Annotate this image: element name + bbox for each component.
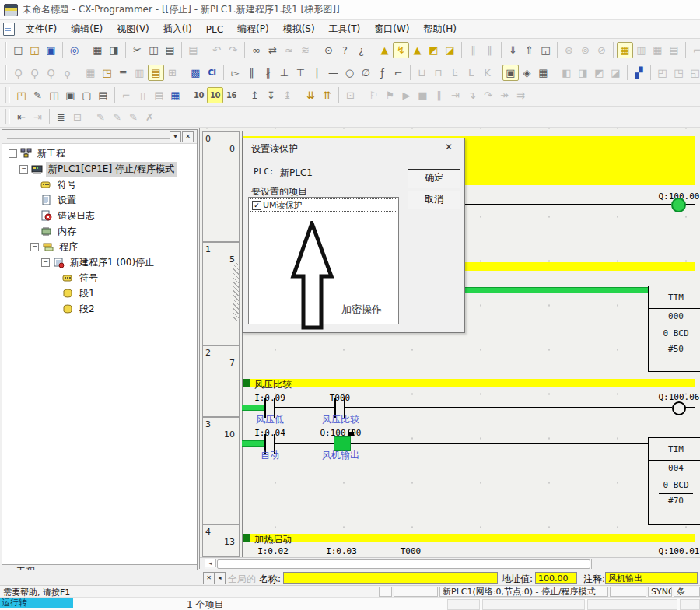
tree-expand-icon[interactable]: − <box>9 149 17 158</box>
panel-grip[interactable] <box>7 135 170 139</box>
symbol-bar-back-icon[interactable]: ◂ <box>214 572 226 584</box>
name-field[interactable] <box>283 572 498 584</box>
toolbar-grip[interactable] <box>5 65 7 80</box>
function-tool-icon[interactable]: ƒ <box>374 65 390 81</box>
cut-icon[interactable]: ✂ <box>129 42 145 58</box>
rung3-tim-block[interactable]: TIM 004 0 BCD #70 <box>648 437 700 525</box>
transfer-from-plc-icon[interactable]: ⇈ <box>319 87 335 103</box>
program-view-icon[interactable]: ▣ <box>502 65 519 81</box>
address-field[interactable]: 100.00 <box>535 572 577 584</box>
new-file-icon[interactable]: □ <box>10 42 26 58</box>
transfer-to-plc-icon[interactable]: ⇊ <box>303 87 319 103</box>
compare-with-plc-icon[interactable]: ◲ <box>537 42 554 58</box>
replace-icon[interactable]: ⇄ <box>264 42 281 58</box>
window-pair-icon[interactable]: ◫ <box>46 87 62 103</box>
print-preview-icon[interactable]: ◨ <box>106 42 122 58</box>
tree-item-settings[interactable]: 设置 <box>2 192 197 208</box>
hscroll-thumb[interactable] <box>217 559 590 569</box>
compile-icon[interactable]: ▲ <box>376 42 393 58</box>
menu-item-tools[interactable]: 工具(T) <box>323 20 367 38</box>
mdi-child-icon[interactable] <box>3 23 15 36</box>
coil-tool-icon[interactable]: ○ <box>341 65 358 81</box>
display-decimal-icon[interactable]: 10 <box>191 87 207 103</box>
um-read-protection-checkbox[interactable]: ✓ <box>252 201 261 210</box>
protection-items-listbox[interactable]: ✓ UM读保护 加密操作 <box>248 197 399 324</box>
instruction-tool-icon[interactable]: ⌐ <box>390 65 407 81</box>
window-properties-icon[interactable]: ▤ <box>95 87 111 103</box>
menu-item-view[interactable]: 视图(V) <box>110 20 156 38</box>
rung2-title-bar[interactable] <box>250 379 695 387</box>
watch-window-icon[interactable]: ▞ <box>631 65 647 81</box>
paste-icon[interactable]: ▤ <box>162 42 178 58</box>
tree-expand-icon[interactable]: − <box>30 243 39 251</box>
monitor-data-grid-icon[interactable]: ▦ <box>167 87 184 103</box>
vertical-line-icon[interactable]: | <box>309 65 325 81</box>
transfer-task-icon[interactable]: ◪ <box>442 42 458 58</box>
window-new-icon[interactable]: ◰ <box>13 87 30 103</box>
rung1-tim-block[interactable]: TIM 000 0 BCD #50 <box>648 286 700 372</box>
print-icon[interactable]: ▦ <box>89 42 106 58</box>
open-file-icon[interactable]: ◱ <box>26 42 43 58</box>
toolbar-grip[interactable] <box>5 109 10 124</box>
symbols-table-icon[interactable]: ◳ <box>99 65 115 81</box>
about-icon[interactable]: ⊙ <box>320 42 337 58</box>
rung-margin-3[interactable]: 310 <box>202 417 240 524</box>
toolbar-grip[interactable] <box>5 87 10 103</box>
nc-contact-icon[interactable]: ∦ <box>260 65 276 81</box>
ok-button[interactable]: 确定 <box>408 169 460 188</box>
window-float-icon[interactable]: ▢ <box>79 87 95 103</box>
symbol-bar-close-icon[interactable]: ✕ <box>203 572 215 584</box>
cancel-button[interactable]: 取消 <box>408 191 460 209</box>
menu-item-simulation[interactable]: 模拟(S) <box>277 20 321 38</box>
tree-item-memory[interactable]: 内存 <box>2 223 197 239</box>
indent-left-icon[interactable]: ⇤ <box>13 109 30 125</box>
find-in-project-icon[interactable]: ◎ <box>66 42 82 58</box>
tree-item-error-log[interactable]: 错误日志 <box>2 208 197 223</box>
context-help-icon[interactable]: ¿ <box>353 42 369 58</box>
help-icon[interactable]: ? <box>337 42 353 58</box>
um-read-protection-row[interactable]: ✓ UM读保护 <box>250 198 397 212</box>
dialog-close-icon[interactable]: ✕ <box>443 142 455 154</box>
menu-item-plc[interactable]: PLC <box>200 22 229 37</box>
force-on-icon[interactable]: ↥ <box>247 87 263 103</box>
tree-item-symbols[interactable]: 符号 <box>2 177 197 192</box>
compile-all-icon[interactable]: ↯ <box>393 42 409 58</box>
select-tool-icon[interactable]: ▻ <box>227 65 243 81</box>
monitor-mode-icon[interactable]: ▦ <box>617 42 633 58</box>
horizontal-line-icon[interactable]: — <box>325 65 341 81</box>
tree-item-new-project[interactable]: −新工程 <box>2 145 197 161</box>
download-to-plc-icon[interactable]: ⇓ <box>505 42 521 58</box>
tree-item-section2[interactable]: 段2 <box>2 301 197 317</box>
window-pair-2-icon[interactable]: ▣ <box>62 87 79 103</box>
display-hex-icon[interactable]: 16 <box>223 87 240 103</box>
save-icon[interactable]: ▣ <box>43 42 59 58</box>
tree-item-programs[interactable]: −程序 <box>2 239 197 254</box>
rung-margin-4[interactable]: 413 <box>202 524 240 557</box>
display-signed-decimal-icon[interactable]: 10 <box>207 87 223 103</box>
menu-item-help[interactable]: 帮助(H) <box>418 20 463 38</box>
tree-expand-icon[interactable]: − <box>41 258 50 267</box>
rung-margin-2[interactable]: 27 <box>202 345 240 417</box>
force-off-icon[interactable]: ↧ <box>263 87 279 103</box>
rung0-output-coil[interactable] <box>671 198 686 212</box>
tree-item-plc[interactable]: −新PLC1[CP1E] 停止/程序模式 <box>2 161 197 177</box>
rung-margin-0[interactable]: 00 <box>202 131 240 242</box>
ci-view-icon[interactable]: CI <box>204 65 220 81</box>
menu-item-file[interactable]: 文件(F) <box>19 20 63 38</box>
address-list-icon[interactable]: ≡ <box>115 65 131 81</box>
find-icon[interactable]: ∞ <box>248 42 264 58</box>
program-check-icon[interactable]: ▲ <box>409 42 425 58</box>
comment-field[interactable]: 风机输出 <box>605 572 698 584</box>
monitor-grid-icon[interactable]: ▦ <box>535 65 551 81</box>
tree-item-program-symbols[interactable]: 符号 <box>2 270 197 286</box>
views-layers-icon[interactable]: ◈ <box>519 65 535 81</box>
panel-close-icon[interactable]: ✕ <box>182 131 194 142</box>
panel-dropdown-icon[interactable]: ▾ <box>170 131 181 142</box>
online-edit-compile-icon[interactable]: ◩ <box>425 42 442 58</box>
or-no-contact-icon[interactable]: ⊥ <box>276 65 292 81</box>
section-list-icon[interactable]: ▤ <box>148 65 164 81</box>
menu-item-edit[interactable]: 编辑(E) <box>65 20 109 38</box>
closed-coil-tool-icon[interactable]: ∅ <box>358 65 374 81</box>
tree-expand-icon[interactable]: − <box>19 165 28 174</box>
tree-item-section1[interactable]: 段1 <box>2 286 197 301</box>
